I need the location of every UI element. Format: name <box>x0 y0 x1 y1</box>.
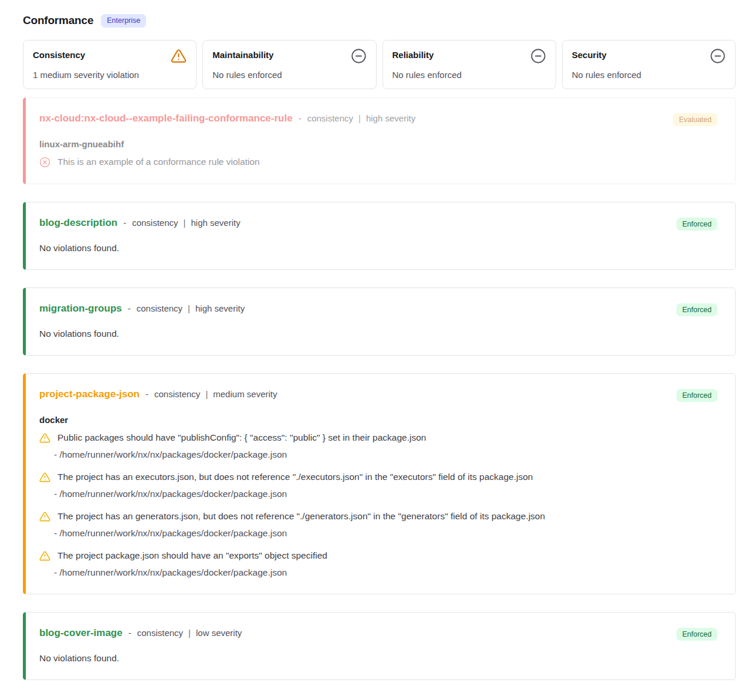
minus-circle-icon <box>351 48 367 66</box>
rule-name-link[interactable]: blog-cover-image <box>39 627 123 639</box>
warning-triangle-icon <box>39 511 50 522</box>
status-badge: Enforced <box>676 389 717 403</box>
rule-card-header: migration-groups-consistency|high severi… <box>39 303 665 315</box>
severity-separator: | <box>358 113 361 123</box>
conformance-page: Conformance Enterprise Consistency1 medi… <box>0 0 755 680</box>
violation-message-row: This is an example of a conformance rule… <box>39 157 665 168</box>
violation-detail-path: - /home/runner/work/nx/nx/packages/docke… <box>54 528 665 539</box>
rule-card-header: nx-cloud:nx-cloud--example-failing-confo… <box>39 113 665 124</box>
rule-card-blog-description: blog-description-consistency|high severi… <box>23 202 736 270</box>
violation-detail-path: - /home/runner/work/nx/nx/packages/docke… <box>54 489 665 499</box>
violation-message: The project package.json should have an … <box>57 550 327 561</box>
rule-meta: consistency|medium severity <box>154 389 277 399</box>
violation-message-row: The project has an executors.json, but d… <box>39 472 665 483</box>
category-card-header: Consistency <box>33 48 187 66</box>
category-status: 1 medium severity violation <box>33 70 187 80</box>
rule-card-blog-cover-image: blog-cover-image-consistency|low severit… <box>23 612 736 680</box>
violation-message: The project has an executors.json, but d… <box>57 472 533 482</box>
category-status: No rules enforced <box>212 70 366 80</box>
rule-meta: consistency|high severity <box>307 113 416 123</box>
violation-row: This is an example of a conformance rule… <box>39 157 665 168</box>
rule-card-header: blog-cover-image-consistency|low severit… <box>39 627 665 639</box>
rule-category: consistency <box>307 113 353 123</box>
no-violations-text: No violations found. <box>39 653 665 664</box>
violation-row: The project has an generators.json, but … <box>39 511 665 539</box>
severity-separator: | <box>205 389 208 399</box>
enterprise-badge: Enterprise <box>101 14 146 28</box>
category-status: No rules enforced <box>392 70 546 80</box>
violation-message: This is an example of a conformance rule… <box>57 157 260 167</box>
rule-card-project-package-json: project-package-json-consistency|medium … <box>23 373 736 594</box>
category-name: Maintainability <box>212 48 273 60</box>
page-title: Conformance <box>23 14 93 27</box>
category-card-maintainability: MaintainabilityNo rules enforced <box>202 40 376 89</box>
status-badge: Evaluated <box>673 113 717 127</box>
rule-name-link[interactable]: nx-cloud:nx-cloud--example-failing-confo… <box>39 113 293 124</box>
category-card-header: Reliability <box>392 48 546 66</box>
rule-meta: consistency|high severity <box>132 218 241 228</box>
violation-detail-path: - /home/runner/work/nx/nx/packages/docke… <box>54 567 665 578</box>
page-header: Conformance Enterprise <box>23 14 736 28</box>
category-status: No rules enforced <box>572 70 726 80</box>
violation-row: Public packages should have "publishConf… <box>39 432 665 460</box>
status-badge: Enforced <box>676 218 717 231</box>
status-badge: Enforced <box>676 303 717 317</box>
severity-separator: | <box>184 218 186 228</box>
category-card-header: Maintainability <box>212 48 366 66</box>
rule-severity: high severity <box>195 303 245 313</box>
rule-category: consistency <box>132 218 178 228</box>
no-violations-text: No violations found. <box>39 329 665 339</box>
rule-card-header: project-package-json-consistency|medium … <box>39 388 665 400</box>
rule-separator: - <box>128 303 131 313</box>
violation-message: The project has an generators.json, but … <box>57 511 545 522</box>
category-card-header: Security <box>572 48 726 66</box>
rule-severity: high severity <box>366 113 415 123</box>
warning-triangle-icon <box>39 432 50 444</box>
rule-separator: - <box>145 389 148 399</box>
rule-card-list: nx-cloud:nx-cloud--example-failing-confo… <box>23 97 736 680</box>
rule-category: consistency <box>137 628 183 638</box>
violation-message-row: The project has an generators.json, but … <box>39 511 665 522</box>
rule-card-migration-groups: migration-groups-consistency|high severi… <box>23 288 736 356</box>
rule-card-nx-cloud-nx-cloud--example-failing-conformance-rule: nx-cloud:nx-cloud--example-failing-confo… <box>23 97 736 184</box>
rule-meta: consistency|high severity <box>137 303 245 313</box>
rule-meta: consistency|low severity <box>137 628 242 638</box>
violation-message: Public packages should have "publishConf… <box>57 432 426 443</box>
category-name: Consistency <box>33 48 85 60</box>
rule-name-link[interactable]: project-package-json <box>39 388 140 400</box>
warning-triangle-icon <box>39 550 50 562</box>
category-name: Reliability <box>392 48 434 60</box>
rule-category: consistency <box>137 303 182 313</box>
category-card-security: SecurityNo rules enforced <box>562 40 736 89</box>
category-summary-row: Consistency1 medium severity violationMa… <box>23 40 736 89</box>
minus-circle-icon <box>710 48 726 66</box>
rule-severity: high severity <box>191 218 240 228</box>
project-name: linux-arm-gnueabihf <box>39 139 665 149</box>
violation-message-row: Public packages should have "publishConf… <box>39 432 665 444</box>
violation-message-row: The project package.json should have an … <box>39 550 665 562</box>
x-circle-icon <box>39 157 50 168</box>
project-name: docker <box>39 415 665 425</box>
category-card-reliability: ReliabilityNo rules enforced <box>382 40 556 89</box>
rule-card-header: blog-description-consistency|high severi… <box>39 217 665 229</box>
rule-name-link[interactable]: blog-description <box>39 217 117 229</box>
no-violations-text: No violations found. <box>39 243 665 253</box>
rule-category: consistency <box>154 389 200 399</box>
rule-separator: - <box>123 218 126 228</box>
minus-circle-icon <box>530 48 546 66</box>
category-name: Security <box>572 48 607 60</box>
rule-separator: - <box>128 628 131 638</box>
warning-triangle-icon <box>39 472 50 483</box>
status-badge: Enforced <box>676 628 717 641</box>
category-card-consistency: Consistency1 medium severity violation <box>23 40 197 89</box>
rule-severity: low severity <box>196 628 242 638</box>
rule-severity: medium severity <box>213 389 277 399</box>
rule-separator: - <box>299 113 302 123</box>
rule-name-link[interactable]: migration-groups <box>39 303 122 315</box>
severity-separator: | <box>188 303 190 313</box>
severity-separator: | <box>188 628 191 638</box>
violation-detail-path: - /home/runner/work/nx/nx/packages/docke… <box>54 449 665 460</box>
violation-row: The project has an executors.json, but d… <box>39 472 665 499</box>
violation-row: The project package.json should have an … <box>39 550 665 578</box>
warning-triangle-icon <box>171 48 187 66</box>
